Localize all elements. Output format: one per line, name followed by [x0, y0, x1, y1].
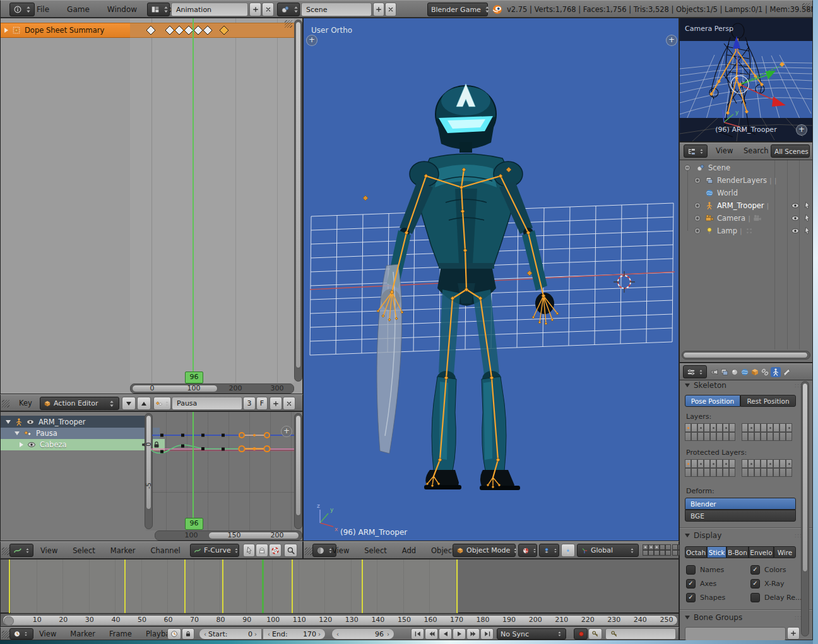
outliner-row-renderlayers[interactable]: RenderLayers || — [680, 174, 818, 187]
xray-checkbox-row[interactable]: X-Ray — [750, 579, 785, 588]
tab-armature-data-active[interactable] — [771, 367, 781, 377]
bone-groups-list[interactable] — [685, 627, 786, 641]
display-wire-button[interactable]: Wire — [774, 546, 796, 558]
outliner-row-armature[interactable]: ARM_Trooper | — [680, 199, 818, 212]
delay-refresh-checkbox[interactable] — [750, 593, 760, 602]
menu-key[interactable]: Key — [16, 397, 35, 409]
current-frame-badge[interactable]: 96 — [185, 372, 203, 383]
corner-grip[interactable] — [285, 20, 292, 28]
menu-view[interactable]: View — [713, 144, 736, 157]
jump-to-start-button[interactable] — [411, 628, 424, 640]
cursor-tool-button[interactable] — [243, 544, 255, 557]
expand-icon[interactable] — [694, 214, 701, 222]
timeline-band[interactable] — [0, 559, 679, 613]
eye-icon[interactable] — [791, 201, 800, 210]
expand-icon[interactable] — [694, 202, 701, 209]
menu-file[interactable]: File — [33, 1, 52, 18]
layers-widget-left[interactable] — [643, 544, 671, 556]
channel-row-action[interactable]: Pausa — [1, 428, 160, 439]
previous-keyframe-button[interactable] — [425, 628, 438, 640]
lock-range-button[interactable] — [182, 628, 194, 640]
colors-checkbox[interactable] — [750, 565, 760, 575]
skeleton-panel-header[interactable]: Skeleton:::: — [685, 381, 805, 390]
editor-type-info-button[interactable] — [9, 3, 35, 16]
display-envelope-button[interactable]: Envelo — [749, 546, 774, 558]
action-fake-user-button[interactable]: F — [256, 397, 268, 410]
play-reverse-button[interactable] — [439, 628, 452, 640]
names-checkbox-row[interactable]: Names — [686, 565, 724, 575]
menu-select[interactable]: Select — [361, 544, 389, 557]
tab-constraints-icon[interactable] — [761, 368, 769, 377]
tab-bone-icon[interactable] — [782, 368, 791, 377]
interaction-mode-select[interactable]: Object Mode — [453, 544, 516, 557]
tab-renderlayers-icon[interactable] — [720, 368, 729, 377]
display-panel-header[interactable]: Display:::: — [685, 531, 805, 540]
action-add-button[interactable] — [270, 397, 282, 410]
editor-type-outliner-button[interactable] — [684, 144, 708, 158]
outliner-row-lamp[interactable]: Lamp | — [680, 225, 818, 237]
eye-icon[interactable] — [27, 440, 36, 449]
timeline-frame-ruler[interactable]: 1020304050607080901001101201301401501601… — [0, 613, 679, 627]
time-toggle-button[interactable] — [167, 628, 181, 640]
expand-triangle-icon[interactable] — [6, 420, 11, 424]
keying-set-field[interactable] — [605, 628, 676, 640]
selectable-icon[interactable] — [803, 214, 812, 223]
scene-add-button[interactable] — [373, 3, 384, 16]
screen-layout-name-field[interactable]: Animation — [171, 3, 248, 16]
eye-icon[interactable] — [791, 214, 800, 223]
names-checkbox[interactable] — [686, 565, 696, 575]
normalize-button[interactable] — [269, 544, 282, 557]
auto-keyframe-record-button[interactable] — [574, 628, 588, 640]
menu-view[interactable]: View — [329, 544, 352, 557]
screen-layout-icon-button[interactable] — [147, 3, 170, 16]
menu-marker[interactable]: Marker — [107, 544, 139, 557]
protected-layers-block2[interactable] — [742, 459, 792, 477]
action-browse-button[interactable] — [153, 397, 171, 410]
outliner-row-scene[interactable]: Scene — [680, 161, 816, 174]
tab-scene-icon[interactable] — [730, 368, 739, 377]
pose-position-button[interactable]: Pose Position — [685, 395, 740, 407]
viewport-3d[interactable]: z y x ​ ​ User Ortho (96) ARM_Trooper + … — [303, 18, 679, 541]
rest-position-button[interactable]: Rest Position — [740, 395, 796, 407]
protected-layers-block1[interactable] — [685, 459, 735, 477]
manipulator-toggle[interactable] — [561, 544, 575, 557]
layout-delete-button[interactable] — [262, 3, 274, 16]
right-vertical-scrollbar[interactable] — [294, 413, 302, 529]
sync-mode-select[interactable]: No Sync — [497, 628, 566, 640]
menu-search[interactable]: Search — [740, 144, 772, 157]
toolshelf-expand-button[interactable]: + — [306, 35, 317, 46]
render-engine-select[interactable]: Blender Game — [427, 3, 488, 16]
outliner-row-world[interactable]: World — [680, 187, 818, 199]
expand-triangle-icon[interactable] — [20, 442, 23, 447]
current-frame-line[interactable] — [193, 412, 194, 519]
tab-render-icon[interactable] — [710, 368, 719, 377]
editor-type-timeline-button[interactable] — [9, 628, 33, 640]
fcurves[interactable] — [146, 412, 295, 530]
expand-icon[interactable] — [694, 227, 701, 235]
action-users-button[interactable]: 3 — [243, 397, 256, 410]
editor-type-properties-button[interactable] — [683, 365, 707, 378]
scene-delete-button[interactable] — [385, 3, 396, 16]
channel-row-cabeza[interactable]: Cabeza — [1, 439, 165, 450]
deform-bge-option[interactable]: BGE — [685, 510, 796, 522]
display-octahedral-button[interactable]: Octah — [685, 546, 707, 558]
action-unlink-button[interactable] — [283, 397, 295, 410]
expand-icon[interactable] — [694, 177, 701, 184]
selectable-icon[interactable] — [803, 226, 812, 235]
eye-icon[interactable] — [791, 226, 800, 235]
properties-vertical-scrollbar[interactable] — [801, 381, 809, 636]
summary-keyframe-band[interactable] — [130, 23, 294, 38]
corner-grip[interactable] — [802, 3, 810, 11]
keyframe-diamonds[interactable] — [130, 23, 294, 37]
viewport-shading-select[interactable] — [518, 544, 537, 557]
eye-icon[interactable] — [26, 418, 35, 426]
graph-mode-select[interactable]: F-Curve — [190, 544, 239, 557]
action-name-field[interactable]: Pausa — [172, 397, 242, 410]
scrollbar-handle-cap[interactable] — [4, 616, 14, 626]
menu-view[interactable]: View — [36, 628, 59, 640]
menu-marker[interactable]: Marker — [67, 628, 98, 640]
current-frame-line[interactable] — [262, 559, 264, 614]
corner-grip[interactable] — [2, 547, 9, 555]
display-stick-button[interactable]: Stick — [707, 546, 726, 558]
channel-row-armature[interactable]: ARM_Trooper — [1, 416, 151, 428]
